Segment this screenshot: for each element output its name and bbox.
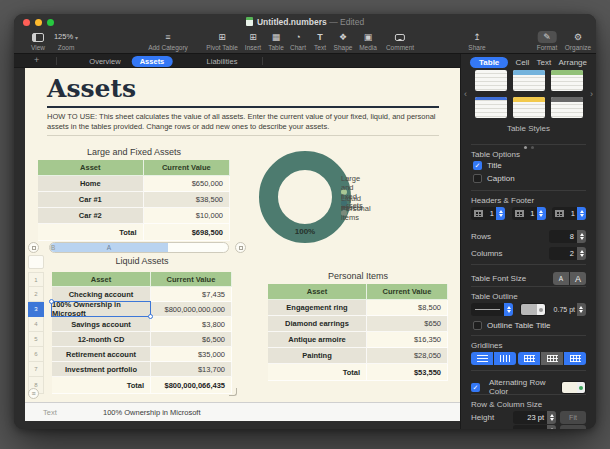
cell[interactable]: Savings account bbox=[52, 317, 151, 332]
chevron-left-icon[interactable]: ‹ bbox=[464, 90, 467, 99]
table-row[interactable]: Retirement account $35,000 bbox=[52, 347, 232, 362]
cell[interactable]: Investment portfolio bbox=[52, 362, 151, 377]
checkbox-checked-icon[interactable] bbox=[473, 161, 482, 170]
stepper-arrows[interactable] bbox=[577, 230, 586, 243]
total-label-cell[interactable]: Total bbox=[52, 377, 151, 394]
checkbox-checked-icon[interactable] bbox=[471, 383, 480, 392]
outline-width-value[interactable]: 0.75 pt bbox=[554, 306, 575, 313]
inspector-tab-text[interactable]: Text bbox=[537, 58, 552, 67]
inspector-tab-cell[interactable]: Cell bbox=[516, 58, 530, 67]
inspector-tab-arrange[interactable]: Arrange bbox=[559, 58, 587, 67]
row-number[interactable]: 5 bbox=[28, 332, 44, 347]
table-row[interactable]: Home $650,000 bbox=[38, 176, 230, 192]
formula-bar-value[interactable]: 100% Ownership in Microsoft bbox=[103, 408, 201, 417]
liquid-assets-table[interactable]: Asset Current Value Checking account $7,… bbox=[52, 272, 232, 394]
shape-button[interactable]: Shape bbox=[334, 31, 353, 51]
total-value-cell[interactable]: $698,500 bbox=[144, 224, 230, 241]
row-number-selected[interactable]: 3 bbox=[28, 302, 44, 317]
view-button[interactable]: View bbox=[31, 31, 45, 51]
add-sheet-button[interactable]: + bbox=[34, 56, 39, 65]
caption-checkbox-row[interactable]: Caption bbox=[473, 174, 586, 183]
cell[interactable]: $16,350 bbox=[367, 332, 448, 348]
cell[interactable]: $650 bbox=[367, 316, 448, 332]
column-ref-b[interactable]: B bbox=[50, 243, 55, 253]
header-cell[interactable]: Asset bbox=[52, 272, 151, 287]
legend-item[interactable]: Personal items bbox=[341, 210, 347, 216]
format-button[interactable]: Format bbox=[537, 31, 558, 51]
color-picker-icon[interactable] bbox=[537, 304, 545, 315]
footer-gridlines-button[interactable] bbox=[564, 352, 586, 365]
table-row[interactable]: Antique armoire $16,350 bbox=[268, 332, 448, 348]
cell[interactable]: $800,000,000,000 bbox=[151, 302, 232, 317]
height-fit-button[interactable]: Fit bbox=[560, 411, 586, 424]
header-cell[interactable]: Current Value bbox=[367, 284, 448, 300]
title-checkbox-row[interactable]: Title bbox=[473, 161, 586, 170]
comment-button[interactable]: Comment bbox=[386, 31, 414, 51]
table-style-blue[interactable] bbox=[513, 70, 545, 91]
row-number[interactable]: 7 bbox=[28, 362, 44, 377]
cell[interactable]: $35,000 bbox=[151, 347, 232, 362]
line-style-dropdown[interactable] bbox=[471, 303, 513, 316]
personal-items-table[interactable]: Asset Current Value Engagement ring $8,5… bbox=[268, 284, 448, 381]
header-rows-stepper[interactable]: 1 bbox=[512, 207, 546, 220]
table-total-row[interactable]: Total $800,000,066,435 bbox=[52, 377, 232, 394]
table-row[interactable]: Painting $28,050 bbox=[268, 348, 448, 364]
cell[interactable]: $650,000 bbox=[144, 176, 230, 192]
table-total-row[interactable]: Total $698,500 bbox=[38, 224, 230, 241]
table-total-row[interactable]: Total $53,550 bbox=[268, 364, 448, 381]
cell[interactable]: $38,500 bbox=[144, 192, 230, 208]
selection-handle[interactable] bbox=[49, 299, 54, 304]
row-number[interactable]: 2 bbox=[28, 287, 44, 302]
table-row[interactable]: Car #2 $10,000 bbox=[38, 208, 230, 224]
increase-font-button[interactable]: A bbox=[570, 272, 586, 285]
cell[interactable]: $7,435 bbox=[151, 287, 232, 302]
decrease-font-button[interactable]: A bbox=[553, 272, 569, 285]
insert-button[interactable]: Insert bbox=[245, 31, 261, 51]
column-ref-a[interactable]: A bbox=[50, 243, 168, 253]
share-button[interactable]: Share bbox=[468, 31, 485, 51]
column-reference-bar[interactable]: A B bbox=[49, 242, 229, 253]
fixed-table-title[interactable]: Large and Fixed Assets bbox=[38, 147, 230, 157]
vertical-gridlines-button[interactable] bbox=[494, 352, 516, 365]
sheet-tab-assets[interactable]: Assets bbox=[132, 56, 173, 67]
table-style-plain[interactable] bbox=[475, 70, 507, 91]
height-value-field[interactable]: 23 pt bbox=[513, 411, 547, 424]
cell[interactable]: Painting bbox=[268, 348, 367, 364]
text-button[interactable]: Text bbox=[314, 31, 326, 51]
table-header-row[interactable]: Asset Current Value bbox=[52, 272, 232, 287]
horizontal-gridlines-button[interactable] bbox=[471, 352, 493, 365]
header-columns-stepper[interactable]: 1 bbox=[471, 207, 505, 220]
add-row-handle-button[interactable] bbox=[28, 388, 39, 399]
total-label-cell[interactable]: Total bbox=[268, 364, 367, 381]
stepper-arrows[interactable] bbox=[577, 247, 586, 260]
media-button[interactable]: Media bbox=[359, 31, 377, 51]
selection-handle[interactable] bbox=[148, 314, 153, 319]
checkbox-unchecked-icon[interactable] bbox=[473, 321, 482, 330]
table-row-selected[interactable]: 100% Ownership in Microsoft $800,000,000… bbox=[52, 302, 232, 317]
row-number[interactable]: 6 bbox=[28, 347, 44, 362]
add-column-button[interactable] bbox=[235, 242, 246, 253]
width-fit-button[interactable]: Fit bbox=[560, 425, 586, 429]
cell[interactable]: $3,800 bbox=[151, 317, 232, 332]
organize-button[interactable]: Organize bbox=[565, 31, 591, 51]
add-category-button[interactable]: Add Category bbox=[148, 31, 188, 51]
sheet-canvas[interactable]: Assets HOW TO USE: This sheet calculates… bbox=[25, 68, 460, 402]
cell[interactable]: Antique armoire bbox=[268, 332, 367, 348]
table-row[interactable]: Savings account $3,800 bbox=[52, 317, 232, 332]
sheet-tab-overview[interactable]: Overview bbox=[81, 56, 128, 67]
stepper-arrows[interactable] bbox=[537, 207, 546, 220]
cell[interactable]: 12-month CD bbox=[52, 332, 151, 347]
cell[interactable]: $13,700 bbox=[151, 362, 232, 377]
table-style-gray[interactable] bbox=[551, 97, 583, 118]
stepper-arrows[interactable] bbox=[504, 303, 513, 316]
header-cell[interactable]: Current Value bbox=[144, 160, 230, 176]
rows-value-field[interactable]: 8 bbox=[549, 230, 577, 243]
header-cell[interactable]: Asset bbox=[38, 160, 144, 176]
outline-color-well[interactable] bbox=[520, 303, 546, 316]
cell[interactable]: $8,500 bbox=[367, 300, 448, 316]
total-value-cell[interactable]: $53,550 bbox=[367, 364, 448, 381]
cell[interactable]: $6,500 bbox=[151, 332, 232, 347]
color-picker-icon[interactable] bbox=[577, 382, 585, 393]
personal-table-title[interactable]: Personal Items bbox=[268, 271, 448, 281]
table-row[interactable]: Investment portfolio $13,700 bbox=[52, 362, 232, 377]
